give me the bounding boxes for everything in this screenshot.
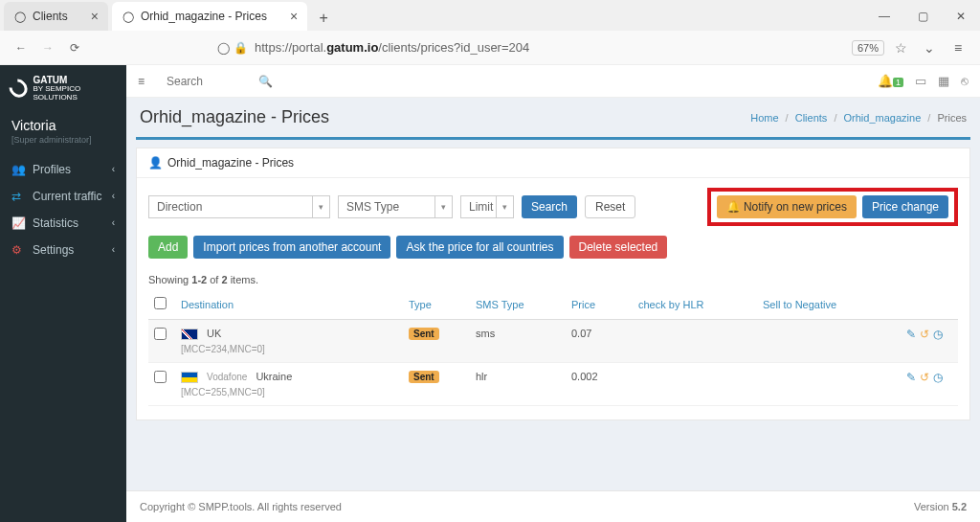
clock-icon[interactable]: ◷ — [933, 328, 943, 341]
crumb-current: Prices — [937, 112, 967, 124]
table-summary: Showing 1-2 of 2 items. — [137, 268, 969, 289]
pocket-icon[interactable]: ⌄ — [917, 40, 942, 56]
crumb-clients[interactable]: Clients — [795, 112, 828, 124]
row-checkbox[interactable] — [154, 328, 167, 340]
search-input[interactable] — [167, 75, 253, 88]
brand: GATUM BY SEMPICO SOLUTIONS — [0, 71, 126, 110]
new-tab-button[interactable]: + — [311, 6, 336, 31]
bookmark-icon[interactable]: ☆ — [888, 40, 913, 56]
search-button[interactable]: Search — [522, 195, 577, 218]
edit-icon[interactable]: ✎ — [906, 328, 916, 341]
col-destination[interactable]: Destination — [175, 289, 403, 320]
sidebar-item-label: Profiles — [33, 163, 71, 176]
smstype-select[interactable]: SMS Type ▾ — [338, 195, 453, 218]
topbar: ≡ 🔍 🔔1 ▭ ▦ ⎋ — [126, 65, 980, 98]
maximize-icon[interactable]: ▢ — [903, 2, 942, 31]
smstype-value: hlr — [470, 363, 566, 406]
caret-icon: ▾ — [312, 196, 329, 217]
global-search[interactable]: 🔍 — [167, 75, 273, 88]
sidebar-item-profiles[interactable]: 👥 Profiles ‹ — [0, 156, 126, 183]
sidebar-item-settings[interactable]: ⚙ Settings ‹ — [0, 237, 126, 263]
footer-copyright: Copyright © SMPP.tools. All rights reser… — [140, 501, 342, 512]
notify-label: Notify on new prices — [744, 200, 847, 214]
col-sell[interactable]: Sell to Negative — [757, 289, 901, 320]
select-label: Direction — [157, 200, 202, 214]
footer: Copyright © SMPP.tools. All rights reser… — [126, 490, 980, 522]
panel-title: Orhid_magazine - Prices — [167, 156, 294, 170]
col-price[interactable]: Price — [566, 289, 633, 320]
chevron-left-icon: ‹ — [112, 217, 115, 228]
crumb-client[interactable]: Orhid_magazine — [844, 112, 922, 124]
browser-tab-active[interactable]: ◯ Orhid_magazine - Prices × — [112, 2, 307, 31]
page-title: Orhid_magazine - Prices — [140, 107, 329, 127]
users-icon: 👥 — [11, 163, 27, 176]
caret-icon: ▾ — [496, 196, 513, 217]
search-icon[interactable]: 🔍 — [258, 75, 273, 88]
reset-button[interactable]: Reset — [585, 195, 635, 218]
edit-icon[interactable]: ✎ — [906, 371, 916, 384]
close-icon[interactable]: × — [91, 9, 99, 24]
filter-row: Direction ▾ SMS Type ▾ Limit ▾ Search Re… — [137, 178, 969, 236]
row-actions: ✎ ↺ ◷ — [906, 328, 952, 341]
crumb-home[interactable]: Home — [750, 112, 778, 124]
sidebar-user-role: [Super administrator] — [0, 135, 126, 156]
price-value: 0.07 — [566, 320, 633, 363]
logout-icon[interactable]: ⎋ — [961, 74, 969, 88]
accent-divider — [136, 137, 970, 140]
sidebar-item-statistics[interactable]: 📈 Statistics ‹ — [0, 210, 126, 237]
history-icon[interactable]: ↺ — [920, 328, 929, 341]
table-row: Vodafone Ukraine [MCC=255,MNC=0] Sent hl… — [148, 363, 958, 406]
destination-meta: [MCC=234,MNC=0] — [181, 344, 397, 354]
browser-tab-clients[interactable]: ◯ Clients × — [4, 2, 108, 31]
smstype-value: sms — [470, 320, 566, 363]
tab-favicon: ◯ — [122, 10, 135, 23]
clock-icon[interactable]: ◷ — [933, 371, 943, 384]
notification-icon[interactable]: 🔔1 — [878, 74, 903, 88]
col-type[interactable]: Type — [403, 289, 470, 320]
row-checkbox[interactable] — [154, 371, 167, 383]
window-controls: — ▢ ✕ — [865, 2, 980, 31]
tab-favicon: ◯ — [13, 10, 27, 23]
hamburger-icon[interactable]: ≡ — [138, 75, 153, 88]
highlight-box: 🔔Notify on new prices Price change — [707, 188, 958, 226]
notification-badge: 1 — [893, 78, 903, 87]
back-button[interactable]: ← — [10, 36, 33, 59]
history-icon[interactable]: ↺ — [920, 371, 929, 384]
ask-price-button[interactable]: Ask the price for all countries — [396, 236, 563, 259]
close-icon[interactable]: × — [290, 9, 298, 24]
type-badge: Sent — [409, 328, 439, 340]
destination: Ukraine — [256, 371, 292, 382]
col-smstype[interactable]: SMS Type — [470, 289, 566, 320]
browser-addressbar: ← → ⟳ ◯ 🔒 https://portal.gatum.io/client… — [0, 31, 980, 65]
add-button[interactable]: Add — [148, 236, 188, 259]
delete-button[interactable]: Delete selected — [569, 236, 668, 259]
limit-select[interactable]: Limit ▾ — [460, 195, 514, 218]
browser-tabbar: ◯ Clients × ◯ Orhid_magazine - Prices × … — [0, 0, 980, 31]
notify-button[interactable]: 🔔Notify on new prices — [717, 195, 857, 218]
flag-uk-icon — [181, 329, 198, 340]
url-bar[interactable]: ◯ 🔒 https://portal.gatum.io/clients/pric… — [214, 40, 840, 55]
exchange-icon: ⇄ — [11, 190, 27, 203]
operator: Vodafone — [207, 372, 247, 382]
import-button[interactable]: Import prices from another account — [193, 236, 390, 259]
flag-icon[interactable]: ▭ — [915, 74, 926, 88]
lock-icon[interactable]: 🔒 — [232, 41, 249, 55]
bell-icon: 🔔 — [726, 200, 741, 214]
url-text: https://portal.gatum.io/clients/prices?i… — [255, 40, 529, 55]
sidebar-item-traffic[interactable]: ⇄ Current traffic ‹ — [0, 183, 126, 210]
menu-icon[interactable]: ≡ — [946, 40, 970, 56]
shield-icon[interactable]: ◯ — [214, 41, 232, 55]
gear-icon: ⚙ — [11, 243, 27, 257]
col-hlr[interactable]: check by HLR — [633, 289, 757, 320]
brand-sub: BY SEMPICO SOLUTIONS — [33, 85, 117, 102]
zoom-level[interactable]: 67% — [852, 40, 884, 56]
direction-select[interactable]: Direction ▾ — [148, 195, 330, 218]
select-all-checkbox[interactable] — [154, 297, 167, 309]
table-row: UK [MCC=234,MNC=0] Sent sms 0.07 ✎ ↺ ◷ — [148, 320, 958, 363]
minimize-icon[interactable]: — — [865, 2, 903, 31]
forward-button[interactable]: → — [36, 36, 59, 59]
price-change-button[interactable]: Price change — [862, 195, 948, 218]
close-window-icon[interactable]: ✕ — [942, 2, 980, 31]
reload-button[interactable]: ⟳ — [63, 36, 86, 59]
apps-icon[interactable]: ▦ — [938, 74, 949, 88]
